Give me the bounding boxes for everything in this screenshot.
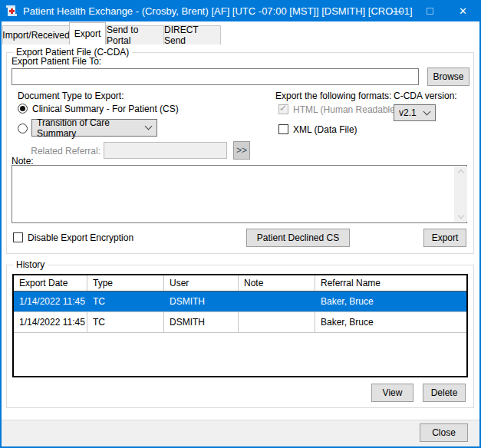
view-button[interactable]: View	[371, 384, 413, 402]
history-table: Export Date Type User Note Referral Name…	[12, 274, 468, 377]
col-user[interactable]: User	[164, 275, 239, 291]
note-scrollbar[interactable]	[454, 166, 467, 222]
export-patient-file-group: Export Patient File (C-CDA) Export Patie…	[6, 52, 474, 254]
scroll-up-icon[interactable]	[457, 170, 463, 176]
export-button[interactable]: Export	[423, 229, 466, 247]
referral-picker-button[interactable]: >>	[233, 141, 250, 160]
tab-direct-send[interactable]: DIRECT Send	[163, 25, 221, 44]
minimize-button[interactable]: —	[381, 0, 413, 21]
maximize-button[interactable]	[413, 0, 446, 21]
close-window-button[interactable]: ✕	[446, 0, 479, 21]
col-type[interactable]: Type	[87, 275, 164, 291]
window-title: Patient Health Exchange - (Crosby, Brent…	[23, 5, 413, 17]
chevron-down-icon	[145, 123, 153, 130]
radio-clinical-summary-label: Clinical Summary - For Patient (CS)	[32, 104, 179, 114]
col-export-date[interactable]: Export Date	[14, 275, 87, 291]
minimize-icon: —	[392, 5, 402, 17]
tab-import-received[interactable]: Import/Received	[2, 25, 70, 44]
tab-send-to-portal[interactable]: Send to Portal	[106, 25, 164, 44]
history-group-title: History	[13, 259, 48, 270]
export-file-path-input[interactable]	[12, 68, 419, 85]
table-row[interactable]: 1/14/2022 11:45 AM TC DSMITH Baker, Bruc…	[14, 312, 466, 333]
app-medical-icon	[5, 5, 18, 17]
title-bar: Patient Health Exchange - (Crosby, Brent…	[0, 0, 481, 21]
check-icon: ✓	[279, 104, 287, 114]
radio-clinical-summary[interactable]	[18, 104, 28, 114]
history-table-header: Export Date Type User Note Referral Name	[14, 275, 466, 292]
col-referral-name[interactable]: Referral Name	[315, 275, 466, 291]
radio-transition-of-care[interactable]	[18, 124, 28, 133]
maximize-icon	[427, 8, 433, 15]
html-format-checkbox: ✓	[278, 104, 288, 114]
xml-format-checkbox[interactable]	[278, 124, 288, 134]
footer-bar	[2, 420, 479, 446]
history-group: History Export Date Type User Note Refer…	[6, 265, 474, 408]
disable-encryption-checkbox[interactable]	[13, 232, 23, 242]
chevron-down-icon	[423, 107, 431, 115]
xml-format-label: XML (Data File)	[293, 124, 357, 135]
close-icon: ✕	[459, 5, 467, 17]
disable-encryption-label: Disable Export Encryption	[28, 232, 133, 243]
related-referral-label: Related Referral:	[30, 146, 100, 156]
close-button[interactable]: Close	[420, 423, 468, 442]
delete-button[interactable]: Delete	[423, 384, 466, 402]
note-textarea[interactable]	[12, 165, 467, 223]
tab-export[interactable]: Export	[69, 22, 106, 44]
ccda-version-dropdown[interactable]: v2.1	[394, 104, 436, 121]
ccda-version-label: C-CDA version:	[394, 91, 457, 101]
col-note[interactable]: Note	[239, 275, 315, 291]
patient-declined-cs-button[interactable]: Patient Declined CS	[246, 229, 350, 247]
browse-button[interactable]: Browse	[427, 68, 469, 86]
html-format-label: HTML (Human Readable)	[293, 104, 398, 115]
transition-summary-dropdown[interactable]: Transition of Care Summary	[31, 119, 157, 137]
patient-health-exchange-window: Patient Health Exchange - (Crosby, Brent…	[0, 0, 481, 448]
related-referral-input	[104, 142, 227, 159]
scroll-down-icon[interactable]	[457, 212, 463, 219]
table-row[interactable]: 1/14/2022 11:45 AM TC DSMITH Baker, Bruc…	[14, 292, 466, 312]
document-type-label: Document Type to Export:	[18, 91, 124, 101]
formats-label: Export the following formats:	[275, 91, 391, 101]
export-file-to-label: Export Patient File To:	[12, 56, 101, 67]
